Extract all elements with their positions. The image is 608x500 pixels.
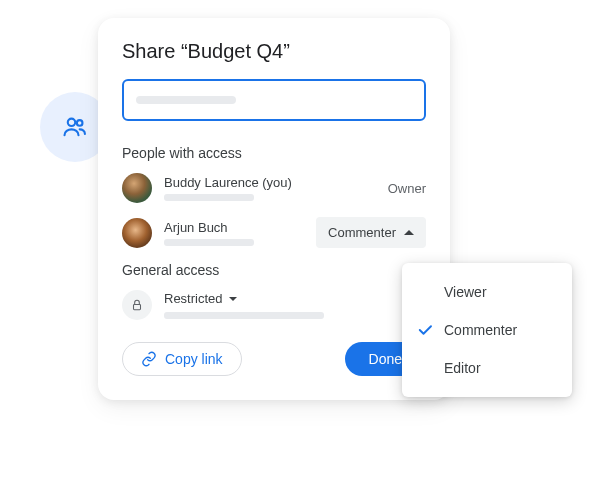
avatar (122, 218, 152, 248)
check-icon (416, 359, 434, 377)
chevron-down-icon (229, 297, 237, 301)
chevron-up-icon (404, 230, 414, 235)
person-info: Arjun Buch (164, 220, 316, 246)
general-access-section: General access Restricted (122, 262, 426, 320)
menu-item-editor[interactable]: Editor (402, 349, 572, 387)
copy-link-button[interactable]: Copy link (122, 342, 242, 376)
svg-point-0 (68, 119, 75, 126)
role-dropdown-label: Commenter (328, 225, 396, 240)
check-icon (416, 283, 434, 301)
menu-item-label: Viewer (444, 284, 487, 300)
lock-circle (122, 290, 152, 320)
person-row: Arjun Buch Commenter (122, 217, 426, 248)
svg-rect-2 (134, 304, 141, 309)
role-owner-label: Owner (388, 181, 426, 196)
dialog-title: Share “Budget Q4” (122, 40, 426, 63)
menu-item-label: Commenter (444, 322, 517, 338)
person-name: Buddy Laurence (you) (164, 175, 388, 190)
share-dialog: Share “Budget Q4” People with access Bud… (98, 18, 450, 400)
menu-item-viewer[interactable]: Viewer (402, 273, 572, 311)
general-access-row: Restricted (122, 290, 426, 320)
general-access-heading: General access (122, 262, 426, 278)
person-row: Buddy Laurence (you) Owner (122, 173, 426, 203)
person-email-skeleton (164, 239, 254, 246)
access-description-skeleton (164, 312, 324, 319)
menu-item-label: Editor (444, 360, 481, 376)
avatar (122, 173, 152, 203)
general-access-label: Restricted (164, 291, 223, 306)
lock-icon (130, 298, 144, 312)
link-icon (141, 351, 157, 367)
role-dropdown-menu: Viewer Commenter Editor (402, 263, 572, 397)
person-name: Arjun Buch (164, 220, 316, 235)
copy-link-label: Copy link (165, 351, 223, 367)
dialog-footer: Copy link Done (122, 342, 426, 376)
access-info: Restricted (164, 291, 324, 319)
check-icon (416, 321, 434, 339)
people-access-heading: People with access (122, 145, 426, 161)
input-placeholder-skeleton (136, 96, 236, 104)
role-dropdown[interactable]: Commenter (316, 217, 426, 248)
menu-item-commenter[interactable]: Commenter (402, 311, 572, 349)
person-info: Buddy Laurence (you) (164, 175, 388, 201)
general-access-select[interactable]: Restricted (164, 291, 324, 306)
svg-point-1 (77, 120, 83, 126)
person-email-skeleton (164, 194, 254, 201)
people-icon (61, 113, 89, 141)
add-people-input[interactable] (122, 79, 426, 121)
